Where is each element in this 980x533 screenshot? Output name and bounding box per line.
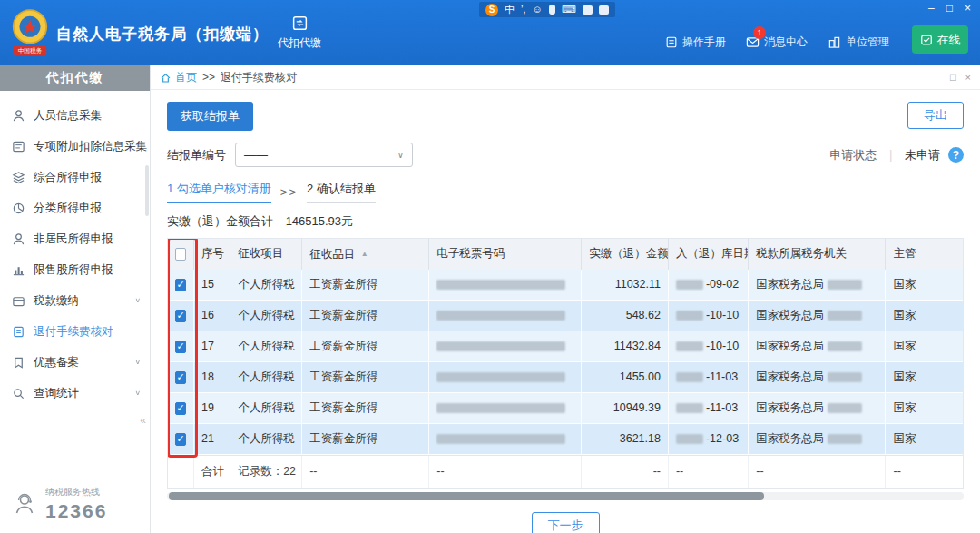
withholding-tab-label: 代扣代缴: [278, 35, 321, 51]
cell-manager: 国家: [886, 393, 963, 424]
check-icon: ✓: [176, 341, 184, 351]
sidebar-item-tax-payment[interactable]: 税款缴纳 ∨: [0, 285, 150, 316]
sidebar-item-refund-fee-check[interactable]: 退付手续费核对: [0, 316, 150, 347]
tab-withholding[interactable]: 代扣代缴: [269, 0, 330, 65]
emblem-banner-text: 中国税务: [18, 47, 43, 54]
report-number-value: ——: [244, 148, 268, 162]
export-button[interactable]: 导出: [907, 102, 964, 129]
document-check-icon: [12, 325, 25, 339]
tax-bureau-logo-icon: 中国税务: [9, 7, 51, 58]
check-icon: ✓: [176, 403, 184, 413]
sidebar-item-personnel-info[interactable]: 人员信息采集: [0, 100, 150, 131]
close-tab-icon[interactable]: ×: [965, 72, 971, 83]
footer-dash: --: [669, 456, 749, 488]
redacted-ticket-number: [436, 434, 565, 444]
step-2-tab[interactable]: 2 确认结报单: [307, 181, 376, 203]
breadcrumb-home-link[interactable]: 首页: [160, 70, 197, 85]
ime-toolbox-icon[interactable]: [583, 5, 593, 15]
amount-summary: 实缴（退）金额合计 146515.93元: [167, 213, 964, 230]
ime-keyboard-icon[interactable]: ⌨: [562, 2, 576, 17]
table-row[interactable]: ✓ 21 个人所得税 工资薪金所得 3621.18 -12-03 国家税务总局 …: [168, 424, 963, 455]
sidebar-item-classified-income[interactable]: 分类所得申报: [0, 192, 150, 223]
online-check-icon: [920, 34, 933, 46]
sidebar-item-preferential-filing[interactable]: 优惠备案 ∨: [0, 347, 150, 378]
cell-item: 工资薪金所得: [302, 393, 429, 424]
online-status-button[interactable]: 在线: [912, 25, 968, 54]
ime-toolbar[interactable]: S 中 ’, ☺ ⌨: [479, 2, 615, 17]
header-item[interactable]: 征收品目 ▲: [302, 239, 429, 270]
cell-ticket: [429, 362, 582, 393]
row-checkbox[interactable]: ✓: [175, 279, 186, 291]
sort-asc-icon: ▲: [361, 250, 368, 258]
service-agent-icon: [13, 491, 38, 517]
application-status: 申请状态 ｜ 未申请 ?: [829, 147, 964, 163]
org-manage-link[interactable]: 单位管理: [828, 35, 889, 50]
row-checkbox[interactable]: ✓: [175, 402, 186, 415]
settlement-table: 序号 征收项目 征收品目 ▲ 电子税票号码 实缴（退）金额 入（退）库日期 税款…: [167, 238, 964, 489]
header-seq: 序号: [194, 239, 230, 270]
help-icon[interactable]: ?: [948, 147, 964, 163]
step-1-number: 1: [167, 182, 173, 195]
ime-punctuation-icon[interactable]: ’,: [521, 2, 526, 17]
cell-amount: 548.62: [582, 301, 669, 331]
sidebar-scrollbar[interactable]: [145, 165, 149, 216]
cell-date: -10-10: [669, 301, 749, 331]
sidebar-item-nonresident-income[interactable]: 非居民所得申报: [0, 223, 150, 254]
horizontal-scrollbar-thumb[interactable]: [169, 492, 764, 500]
table-row[interactable]: ✓ 16 个人所得税 工资薪金所得 548.62 -10-10 国家税务总局 国…: [168, 301, 963, 331]
row-checkbox[interactable]: ✓: [175, 433, 186, 446]
ime-lang-indicator[interactable]: 中: [505, 2, 514, 17]
cell-item: 工资薪金所得: [302, 424, 429, 455]
sidebar-item-label: 人员信息采集: [34, 108, 102, 123]
minimize-icon[interactable]: –: [928, 2, 935, 15]
close-icon[interactable]: ×: [965, 2, 971, 15]
step-indicator: 1 勾选单户核对清册 >> 2 确认结报单: [167, 181, 964, 203]
fetch-settlement-button[interactable]: 获取结报单: [167, 102, 253, 131]
redacted-date-part: [676, 434, 703, 444]
row-checkbox[interactable]: ✓: [175, 371, 186, 384]
next-step-button[interactable]: 下一步: [532, 512, 600, 533]
cell-project: 个人所得税: [230, 270, 302, 301]
sidebar-item-label: 税款缴纳: [34, 293, 79, 309]
sidebar-item-query-statistics[interactable]: 查询统计 ∨: [0, 378, 150, 409]
org-name: 国家税务总局: [756, 432, 824, 445]
cell-org: 国家税务总局: [749, 362, 886, 393]
sidebar-item-restricted-shares[interactable]: 限售股所得申报: [0, 254, 150, 285]
step-2-number: 2: [307, 182, 313, 195]
ime-skin-icon[interactable]: [599, 5, 609, 15]
ime-mic-icon[interactable]: [549, 5, 555, 15]
sidebar-collapse-icon[interactable]: «: [140, 414, 146, 427]
check-icon: ✓: [176, 280, 184, 290]
sogou-logo-icon[interactable]: S: [485, 4, 498, 16]
redacted-org-part: [828, 341, 862, 351]
chevron-down-icon: ∨: [134, 359, 141, 366]
cell-ticket: [429, 424, 582, 455]
check-icon: ✓: [176, 372, 184, 382]
redacted-org-part: [828, 280, 862, 290]
cell-date: -11-03: [669, 362, 749, 393]
table-header-row: 序号 征收项目 征收品目 ▲ 电子税票号码 实缴（退）金额 入（退）库日期 税款…: [168, 239, 963, 270]
maximize-icon[interactable]: □: [946, 2, 953, 15]
ime-emoji-icon[interactable]: ☺: [533, 2, 543, 17]
step-1-tab[interactable]: 1 勾选单户核对清册: [167, 181, 271, 203]
sidebar-item-special-deduction[interactable]: 专项附加扣除信息采集: [0, 131, 150, 162]
table-row[interactable]: ✓ 15 个人所得税 工资薪金所得 11032.11 -09-02 国家税务总局…: [168, 270, 963, 301]
cell-amount: 1455.00: [582, 362, 669, 393]
table-row[interactable]: ✓ 18 个人所得税 工资薪金所得 1455.00 -11-03 国家税务总局 …: [168, 362, 963, 393]
restore-icon[interactable]: □: [950, 72, 956, 83]
message-center-link[interactable]: 1 消息中心: [746, 35, 808, 50]
report-number-select[interactable]: —— ∨: [235, 143, 413, 167]
table-row[interactable]: ✓ 17 个人所得税 工资薪金所得 11432.84 -10-10 国家税务总局…: [168, 331, 963, 362]
date-suffix: -12-03: [706, 432, 739, 445]
footer-dash: --: [886, 456, 963, 488]
home-icon: [160, 72, 172, 84]
app-window: 中国税务 自然人电子税务局（扣缴端） 代扣代缴 S 中 ’, ☺ ⌨: [0, 0, 980, 533]
sidebar-item-comprehensive-income[interactable]: 综合所得申报: [0, 162, 150, 192]
row-checkbox[interactable]: ✓: [175, 341, 186, 353]
manual-link[interactable]: 操作手册: [665, 35, 726, 50]
select-all-checkbox[interactable]: [175, 248, 186, 261]
bar-chart-icon: [12, 263, 25, 277]
table-row[interactable]: ✓ 19 个人所得税 工资薪金所得 10949.39 -11-03 国家税务总局…: [168, 393, 963, 424]
horizontal-scrollbar[interactable]: [167, 492, 964, 500]
row-checkbox[interactable]: ✓: [175, 310, 186, 322]
